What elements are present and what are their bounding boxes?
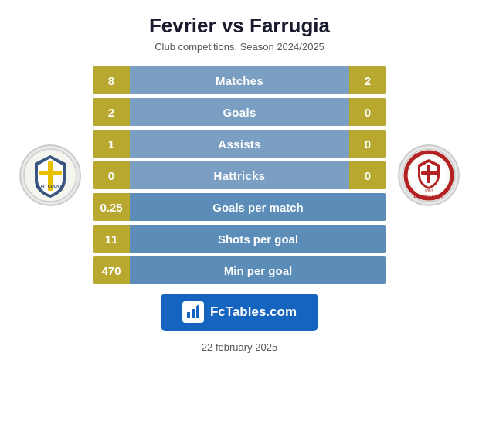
page-title: Fevrier vs Farrugia [149,14,330,38]
stat-left-value-1: 2 [93,98,130,126]
stat-left-value-5: 11 [93,225,130,253]
right-team-badge: BARNSLEY FC 1887 [386,144,471,206]
right-badge-circle: BARNSLEY FC 1887 [398,144,460,206]
stat-label-4: Goals per match [130,193,386,221]
stat-row-hattricks: 0Hattricks0 [93,161,386,189]
stat-left-value-3: 0 [93,161,130,189]
svg-text:1887: 1887 [424,188,433,193]
comparison-section: PORT COUNTY 8Matches22Goals01Assists00Ha… [8,66,471,284]
stat-label-2: Assists [130,130,349,158]
stat-row-assists: 1Assists0 [93,130,386,158]
stat-right-value-0: 2 [349,66,386,94]
footer-date: 22 february 2025 [202,341,277,353]
main-card: Fevrier vs Farrugia Club competitions, S… [0,0,479,448]
stat-row-goals: 2Goals0 [93,98,386,126]
svg-text:BARNSLEY FC: BARNSLEY FC [413,194,443,199]
stat-left-value-6: 470 [93,256,130,284]
stat-left-value-2: 1 [93,130,130,158]
fctables-icon [182,301,204,323]
barnsley-badge-svg: BARNSLEY FC 1887 [401,148,457,203]
stat-left-value-4: 0.25 [93,193,130,221]
svg-text:PORT COUNTY: PORT COUNTY [36,184,65,188]
left-team-badge: PORT COUNTY [8,144,93,206]
stat-label-5: Shots per goal [130,225,386,253]
svg-rect-10 [421,171,437,175]
stat-row-goals-per-match: 0.25Goals per match [93,193,386,221]
stat-label-3: Hattricks [130,161,349,189]
stat-row-shots-per-goal: 11Shots per goal [93,225,386,253]
page-subtitle: Club competitions, Season 2024/2025 [155,41,324,53]
fctables-text: FcTables.com [210,304,297,320]
stat-row-min-per-goal: 470Min per goal [93,256,386,284]
stat-row-matches: 8Matches2 [93,66,386,94]
stat-right-value-3: 0 [349,161,386,189]
svg-rect-12 [192,309,195,318]
stat-label-1: Goals [130,98,349,126]
left-badge-circle: PORT COUNTY [19,144,81,206]
svg-rect-2 [39,171,62,175]
stats-column: 8Matches22Goals01Assists00Hattricks00.25… [93,66,386,284]
stat-left-value-0: 8 [93,66,130,94]
newport-badge-svg: PORT COUNTY [22,148,78,203]
fctables-logo-icon [185,304,201,320]
stat-right-value-2: 0 [349,130,386,158]
svg-rect-13 [196,306,199,318]
fctables-banner: FcTables.com [161,294,318,331]
svg-rect-11 [187,312,190,318]
stat-label-0: Matches [130,66,349,94]
stat-label-6: Min per goal [130,256,386,284]
stat-right-value-1: 0 [349,98,386,126]
